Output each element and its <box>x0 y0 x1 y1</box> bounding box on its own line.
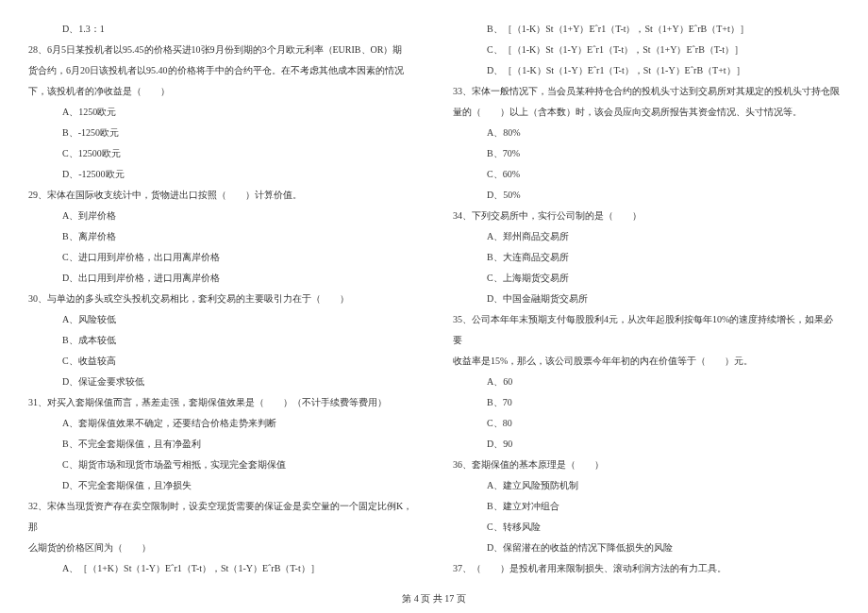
q32-text-line1: 32、宋体当现货资产存在卖空限制时，设卖空现货需要的保证金是卖空量的一个固定比例… <box>28 496 415 538</box>
right-column: B、［（1-K）St（1+Y）Eˆr1（T-t），St（1+Y）EˆrB（T+t… <box>453 19 840 579</box>
q28-option-a: A、1250欧元 <box>28 102 415 123</box>
q36-option-a: A、建立风险预防机制 <box>453 475 840 496</box>
q35-option-d: D、90 <box>453 434 840 455</box>
q33-option-b: B、70% <box>453 143 840 164</box>
q29-option-c: C、进口用到岸价格，出口用离岸价格 <box>28 247 415 268</box>
q32-option-c: C、［（1-K）St（1-Y）Eˆr1（T-t），St（1+Y）EˆrB（T-t… <box>453 40 840 60</box>
q27-option-d: D、1.3：1 <box>28 19 415 40</box>
left-column: D、1.3：1 28、6月5日某投机者以95.45的价格买进10张9月份到期的3… <box>28 19 415 579</box>
q28-text-line2: 货合约，6月20日该投机者以95.40的价格将手中的合约平仓。在不考虑其他成本因… <box>28 60 415 81</box>
q29-option-b: B、离岸价格 <box>28 226 415 247</box>
q33-option-d: D、50% <box>453 185 840 206</box>
q32-option-b: B、［（1-K）St（1+Y）Eˆr1（T-t），St（1+Y）EˆrB（T+t… <box>453 19 840 40</box>
q28-text-line3: 下，该投机者的净收益是（ ） <box>28 81 415 102</box>
q34-option-c: C、上海期货交易所 <box>453 268 840 289</box>
q34-option-d: D、中国金融期货交易所 <box>453 289 840 309</box>
q31-option-d: D、不完全套期保值，且净损失 <box>28 475 415 496</box>
q35-option-b: B、70 <box>453 392 840 413</box>
q36-option-d: D、保留潜在的收益的情况下降低损失的风险 <box>453 538 840 558</box>
q36-text: 36、套期保值的基本原理是（ ） <box>453 455 840 475</box>
q31-text: 31、对买入套期保值而言，基差走强，套期保值效果是（ ）（不计手续费等费用） <box>28 392 415 413</box>
q31-option-c: C、期货市场和现货市场盈亏相抵，实现完全套期保值 <box>28 455 415 475</box>
q36-option-c: C、转移风险 <box>453 517 840 538</box>
q35-option-a: A、60 <box>453 372 840 392</box>
q30-option-d: D、保证金要求较低 <box>28 372 415 392</box>
q28-text-line1: 28、6月5日某投机者以95.45的价格买进10张9月份到期的3个月欧元利率（E… <box>28 40 415 60</box>
q32-option-d: D、［（1-K）St（1-Y）Eˆr1（T-t），St（1-Y）EˆrB（T+t… <box>453 60 840 81</box>
q33-text-line2: 量的（ ）以上（含本数）时，该会员应向交易所报告其资金情况、头寸情况等。 <box>453 102 840 123</box>
q30-option-b: B、成本较低 <box>28 330 415 351</box>
q30-text: 30、与单边的多头或空头投机交易相比，套利交易的主要吸引力在于（ ） <box>28 289 415 309</box>
q28-option-c: C、12500欧元 <box>28 143 415 164</box>
q32-text-line2: 么期货的价格区间为（ ） <box>28 538 415 558</box>
q33-option-c: C、60% <box>453 164 840 185</box>
q36-option-b: B、建立对冲组合 <box>453 496 840 517</box>
page-footer: 第 4 页 共 17 页 <box>0 592 868 605</box>
q30-option-c: C、收益较高 <box>28 351 415 372</box>
exam-page: D、1.3：1 28、6月5日某投机者以95.45的价格买进10张9月份到期的3… <box>0 0 868 607</box>
q30-option-a: A、风险较低 <box>28 309 415 330</box>
q29-text: 29、宋体在国际收支统计中，货物进出口按照（ ）计算价值。 <box>28 185 415 206</box>
q28-option-b: B、-1250欧元 <box>28 123 415 143</box>
q37-text: 37、（ ）是投机者用来限制损失、滚动利润方法的有力工具。 <box>453 558 840 579</box>
q32-option-a: A、［（1+K）St（1-Y）Eˆr1（T-t），St（1-Y）EˆrB（T-t… <box>28 558 415 579</box>
q35-text-line1: 35、公司本年年末预期支付每股股利4元，从次年起股利按每年10%的速度持续增长，… <box>453 309 840 351</box>
q28-option-d: D、-12500欧元 <box>28 164 415 185</box>
q34-option-b: B、大连商品交易所 <box>453 247 840 268</box>
q34-text: 34、下列交易所中，实行公司制的是（ ） <box>453 206 840 226</box>
q33-text-line1: 33、宋体一般情况下，当会员某种持仓合约的投机头寸达到交易所对其规定的投机头寸持… <box>453 81 840 102</box>
q31-option-b: B、不完全套期保值，且有净盈利 <box>28 434 415 455</box>
q35-text-line2: 收益率是15%，那么，该公司股票今年年初的内在价值等于（ ）元。 <box>453 351 840 372</box>
q34-option-a: A、郑州商品交易所 <box>453 226 840 247</box>
q31-option-a: A、套期保值效果不确定，还要结合价格走势来判断 <box>28 413 415 434</box>
q35-option-c: C、80 <box>453 413 840 434</box>
q29-option-a: A、到岸价格 <box>28 206 415 226</box>
q33-option-a: A、80% <box>453 123 840 143</box>
q29-option-d: D、出口用到岸价格，进口用离岸价格 <box>28 268 415 289</box>
